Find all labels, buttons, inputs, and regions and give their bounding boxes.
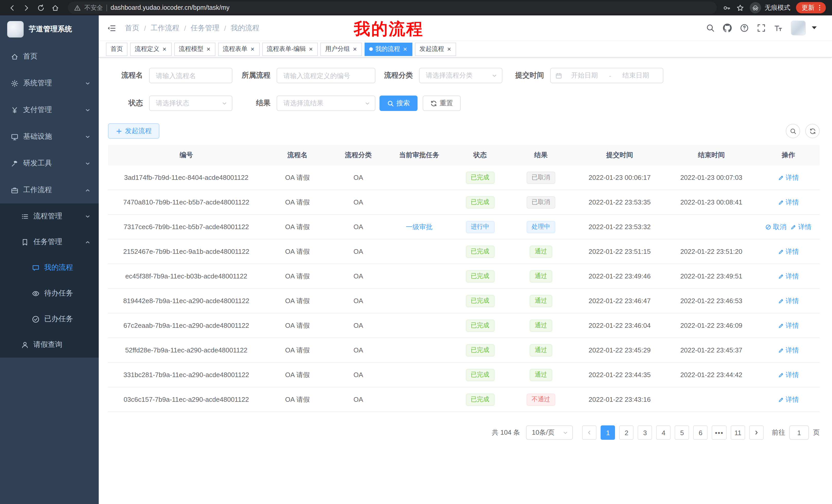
cell-category: OA — [330, 240, 386, 263]
browser-reload-button[interactable] — [34, 2, 47, 14]
sidebar-item-todo-tasks[interactable]: 待办任务 — [0, 281, 99, 306]
sidebar-item-system-mgmt[interactable]: 系统管理 — [0, 70, 99, 96]
sidebar-item-payment-mgmt[interactable]: 支付管理 — [0, 96, 99, 123]
breadcrumb-item[interactable]: 我的流程 — [231, 23, 259, 33]
tab-close-icon[interactable]: × — [402, 46, 408, 52]
breadcrumb-item[interactable]: 任务管理 — [191, 23, 219, 33]
font-size-icon[interactable] — [774, 24, 783, 32]
belong-process-input[interactable] — [277, 68, 375, 83]
table-row: 2152467e-7b9b-11ec-9a1b-acde48001122 OA … — [108, 240, 820, 264]
detail-link[interactable]: 详情 — [778, 296, 799, 305]
sidebar-item-label: 任务管理 — [33, 237, 62, 247]
tab-close-icon[interactable]: × — [162, 46, 167, 52]
update-label[interactable]: 更新 — [802, 3, 814, 12]
view-tab[interactable]: 我的流程 × — [365, 43, 412, 56]
browser-forward-button[interactable] — [20, 2, 33, 14]
toggle-search-button[interactable] — [786, 124, 800, 138]
cell-operations: 详情 — [757, 338, 820, 362]
search-icon — [387, 100, 394, 107]
app-logo[interactable]: 芋道管理系统 — [0, 16, 99, 43]
page-size-select[interactable]: 10条/页 — [526, 425, 573, 440]
pagination-prev-button[interactable] — [582, 425, 597, 440]
bookmark-star-icon[interactable] — [736, 4, 744, 11]
browser-back-button[interactable] — [5, 2, 19, 14]
tab-close-icon[interactable]: × — [309, 46, 313, 52]
view-tab[interactable]: 首页 — [106, 43, 128, 56]
security-label[interactable]: 不安全 — [84, 3, 103, 12]
sidebar-item-done-tasks[interactable]: 已办任务 — [0, 306, 99, 332]
process-name-input[interactable] — [149, 68, 232, 83]
detail-link[interactable]: 详情 — [778, 345, 799, 355]
pagination-next-button[interactable] — [749, 425, 763, 440]
avatar-caret-down-icon[interactable] — [810, 23, 818, 32]
create-process-button[interactable]: 发起流程 — [108, 123, 159, 139]
category-select[interactable]: 请选择流程分类 — [419, 68, 502, 83]
detail-label: 详情 — [785, 370, 799, 380]
detail-link[interactable]: 详情 — [778, 321, 799, 330]
chevron-down-icon — [85, 107, 90, 113]
tab-close-icon[interactable]: × — [206, 46, 211, 52]
sidebar-item-process-mgmt[interactable]: 流程管理 — [0, 203, 99, 229]
result-select[interactable]: 请选择流结果 — [277, 95, 375, 111]
breadcrumb-item[interactable]: 首页 — [125, 23, 139, 33]
browser-menu-icon[interactable] — [816, 4, 823, 11]
reset-button[interactable]: 重置 — [423, 95, 461, 111]
view-tab[interactable]: 流程定义 × — [130, 43, 172, 56]
tab-close-icon[interactable]: × — [447, 46, 451, 52]
view-tab[interactable]: 流程表单-编辑 × — [262, 43, 318, 56]
page-number-button[interactable]: 4 — [656, 425, 671, 440]
cancel-link[interactable]: 取消 — [765, 222, 786, 231]
detail-link[interactable]: 详情 — [778, 370, 799, 380]
page-number-button[interactable]: 11 — [731, 425, 745, 440]
refresh-table-button[interactable] — [805, 124, 820, 138]
tab-close-icon[interactable]: × — [250, 46, 255, 52]
password-key-icon[interactable] — [723, 4, 731, 11]
sidebar-item-workflow[interactable]: 工作流程 — [0, 177, 99, 203]
sidebar-item-leave-query[interactable]: 请假查询 — [0, 332, 99, 358]
page-number-button[interactable]: 1 — [601, 425, 615, 440]
help-icon[interactable] — [740, 24, 749, 32]
yen-icon — [11, 106, 19, 114]
search-button-label: 搜索 — [396, 99, 410, 108]
navbar-actions — [706, 21, 818, 35]
detail-link[interactable]: 详情 — [778, 198, 799, 207]
avatar[interactable] — [791, 21, 806, 35]
status-select[interactable]: 请选择状态 — [149, 95, 232, 111]
tab-close-icon[interactable]: × — [353, 46, 357, 52]
sidebar-item-infrastructure[interactable]: 基础设施 — [0, 123, 99, 150]
sidebar-item-task-mgmt[interactable]: 任务管理 — [0, 229, 99, 255]
edit-icon — [778, 347, 784, 353]
goto-page-input[interactable] — [789, 425, 809, 440]
breadcrumb-item[interactable]: 工作流程 — [151, 23, 179, 33]
search-button[interactable]: 搜索 — [380, 95, 418, 111]
current-task-link[interactable]: 一级审批 — [406, 222, 433, 231]
detail-link[interactable]: 详情 — [778, 395, 799, 404]
sidebar-collapse-icon[interactable] — [107, 23, 116, 33]
result-tag: 通过 — [530, 245, 552, 258]
github-icon[interactable] — [723, 24, 732, 32]
browser-home-button[interactable] — [48, 2, 62, 14]
page-number-button[interactable]: 3 — [638, 425, 652, 440]
sidebar-item-my-process[interactable]: 我的流程 — [0, 255, 99, 281]
detail-link[interactable]: 详情 — [778, 173, 799, 182]
page-number-button[interactable]: 6 — [694, 425, 708, 440]
fullscreen-icon[interactable] — [757, 24, 766, 32]
page-number-button[interactable]: 2 — [619, 425, 634, 440]
detail-link[interactable]: 详情 — [778, 272, 799, 281]
view-tab[interactable]: 流程表单 × — [218, 43, 259, 56]
sidebar-item-dev-tools[interactable]: 研发工具 — [0, 150, 99, 177]
sidebar-item-home[interactable]: 首页 — [0, 43, 99, 70]
view-tab[interactable]: 流程模型 × — [174, 43, 215, 56]
search-icon[interactable] — [706, 24, 715, 32]
submit-time-range-picker[interactable]: 开始日期 - 结束日期 — [550, 68, 663, 83]
pagination-more-button[interactable]: ••• — [712, 425, 727, 440]
start-date-placeholder[interactable]: 开始日期 — [562, 71, 607, 80]
detail-link[interactable]: 详情 — [778, 247, 799, 256]
update-button[interactable]: 更新 — [796, 2, 826, 13]
detail-link[interactable]: 详情 — [790, 222, 811, 231]
view-tab[interactable]: 用户分组 × — [321, 43, 362, 56]
page-number-button[interactable]: 5 — [675, 425, 689, 440]
address-bar[interactable]: 不安全 dashboard.yudao.iocoder.cn/bpm/task/… — [68, 2, 717, 14]
end-date-placeholder[interactable]: 结束日期 — [613, 71, 658, 80]
view-tab[interactable]: 发起流程 × — [415, 43, 456, 56]
